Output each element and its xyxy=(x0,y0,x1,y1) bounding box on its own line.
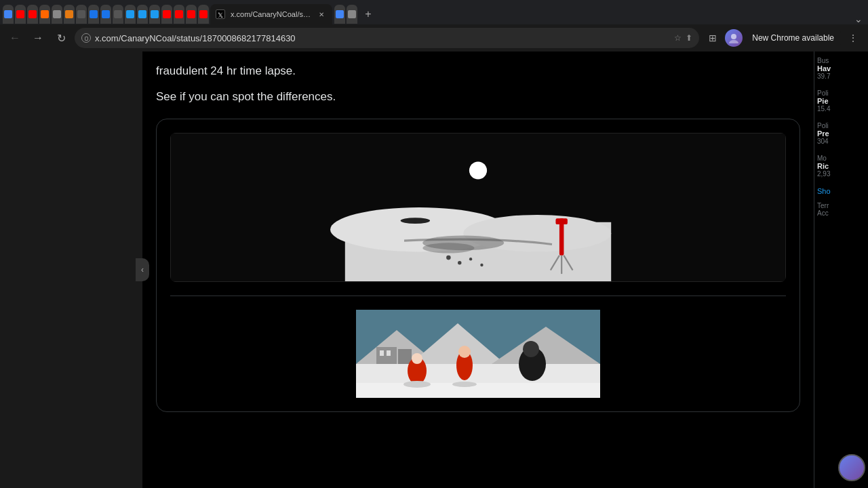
tab-3[interactable] xyxy=(27,5,38,24)
sidebar-category-1: Bus xyxy=(817,57,865,64)
tab-14[interactable] xyxy=(161,5,172,24)
tab-11[interactable] xyxy=(125,5,136,24)
tweet-line2: See if you can spot the differences. xyxy=(156,90,336,103)
url-text: x.com/CanaryNCoal/status/187000868217781… xyxy=(95,33,670,43)
video-bottom-frame[interactable] xyxy=(170,310,786,398)
profile-avatar[interactable] xyxy=(725,29,743,47)
tab-favicon xyxy=(114,10,122,18)
forward-button[interactable]: → xyxy=(28,28,47,47)
svg-point-30 xyxy=(412,353,422,364)
video-divider xyxy=(170,296,786,296)
tab-favicon xyxy=(102,10,110,18)
tab-close-button[interactable]: ✕ xyxy=(316,9,327,20)
sidebar-footer-line2: Acc xyxy=(817,209,865,217)
tab-12[interactable] xyxy=(137,5,148,24)
tab-favicon xyxy=(336,10,344,18)
tab-favicon xyxy=(151,10,159,18)
tab-16[interactable] xyxy=(186,5,197,24)
bottom-avatar[interactable] xyxy=(838,454,865,481)
tab-6[interactable] xyxy=(64,5,75,24)
sidebar-item-2: Poli Pie 15.4 xyxy=(817,89,865,113)
sidebar-headline-1[interactable]: Hav xyxy=(817,64,865,73)
media-container xyxy=(156,119,800,412)
tab-favicon xyxy=(138,10,146,18)
sidebar-footer: Terr Acc xyxy=(817,202,865,217)
toolbar: ← → ↻ x.com/CanaryNCoal/status/187000868… xyxy=(0,24,868,52)
sidebar-collapse-button[interactable]: ‹ xyxy=(136,258,149,281)
tab-favicon xyxy=(126,10,134,18)
sidebar-category-3: Poli xyxy=(817,122,865,129)
video-top-thumbnail[interactable] xyxy=(170,133,786,282)
sidebar-category-4: Mo xyxy=(817,155,865,162)
menu-button[interactable]: ⋮ xyxy=(844,28,863,47)
tab-favicon xyxy=(41,10,49,18)
svg-rect-27 xyxy=(387,350,391,356)
tab-favicon xyxy=(163,10,171,18)
tab-active[interactable]: 𝕏 x.com/CanaryNCoal/s… ✕ xyxy=(210,4,332,24)
sidebar-item-1: Bus Hav 39.7 xyxy=(817,57,865,80)
content-area: ‹ fraudulent 24 hr time lapse. See if yo… xyxy=(0,52,868,488)
tab-4[interactable] xyxy=(39,5,50,24)
main-content: fraudulent 24 hr time lapse. See if you … xyxy=(142,52,814,488)
sidebar-headline-2[interactable]: Pie xyxy=(817,97,865,105)
new-chrome-banner[interactable]: New Chrome available xyxy=(745,30,841,45)
tab-favicon xyxy=(187,10,195,18)
tab-favicon xyxy=(77,10,85,18)
show-more-link[interactable]: Sho xyxy=(817,187,865,195)
tab-favicon xyxy=(348,10,356,18)
tab-favicon xyxy=(175,10,183,18)
tab-bar: 𝕏 x.com/CanaryNCoal/s… ✕ + ⌄ xyxy=(0,0,868,24)
svg-rect-15 xyxy=(555,218,567,224)
sidebar-footer-line1: Terr xyxy=(817,202,865,209)
sidebar-category-2: Poli xyxy=(817,89,865,97)
tab-10[interactable] xyxy=(113,5,123,24)
tabs-strip: 𝕏 x.com/CanaryNCoal/s… ✕ + xyxy=(3,4,852,24)
svg-point-37 xyxy=(452,382,477,387)
tab-favicon xyxy=(4,10,12,18)
tab-7[interactable] xyxy=(76,5,87,24)
tab-20[interactable] xyxy=(347,5,357,24)
svg-rect-26 xyxy=(380,350,384,356)
tab-19[interactable] xyxy=(334,5,345,24)
browser-frame: 𝕏 x.com/CanaryNCoal/s… ✕ + ⌄ ← → ↻ x.com… xyxy=(0,0,868,488)
tab-13[interactable] xyxy=(149,5,160,24)
sidebar-count-1: 39.7 xyxy=(817,73,865,80)
tweet-text-bottom: See if you can spot the differences. xyxy=(156,88,800,114)
tab-favicon xyxy=(65,10,73,18)
new-tab-button[interactable]: + xyxy=(359,5,378,23)
lock-icon xyxy=(85,37,88,41)
sidebar-count-2: 15.4 xyxy=(817,105,865,113)
tab-8[interactable] xyxy=(88,5,99,24)
svg-point-13 xyxy=(469,161,487,179)
svg-point-10 xyxy=(458,261,461,264)
svg-point-8 xyxy=(422,243,474,253)
share-icon[interactable]: ⬆ xyxy=(686,33,692,43)
tab-17[interactable] xyxy=(198,5,209,24)
svg-point-36 xyxy=(403,381,431,388)
security-icon xyxy=(81,33,91,43)
sidebar-headline-4[interactable]: Ric xyxy=(817,162,865,170)
extensions-button[interactable]: ⊞ xyxy=(703,28,722,47)
tab-15[interactable] xyxy=(174,5,184,24)
refresh-button[interactable]: ↻ xyxy=(52,28,71,47)
svg-rect-28 xyxy=(398,349,412,364)
svg-point-9 xyxy=(446,256,451,260)
tab-favicon xyxy=(28,10,37,18)
people-scene-svg xyxy=(170,310,786,398)
svg-point-12 xyxy=(480,264,483,266)
address-bar[interactable]: x.com/CanaryNCoal/status/187000868217781… xyxy=(75,28,699,48)
bookmark-icon[interactable]: ☆ xyxy=(674,33,682,43)
back-button[interactable]: ← xyxy=(5,28,24,47)
tab-9[interactable] xyxy=(100,5,111,24)
svg-point-2 xyxy=(729,40,738,43)
svg-rect-35 xyxy=(356,383,600,398)
svg-point-1 xyxy=(731,34,736,39)
svg-point-32 xyxy=(458,346,471,358)
tab-1[interactable] xyxy=(3,5,14,24)
sidebar-headline-3[interactable]: Pre xyxy=(817,129,865,138)
tab-overflow-button[interactable]: ⌄ xyxy=(852,14,865,24)
tab-5[interactable] xyxy=(52,5,62,24)
sidebar-item-4: Mo Ric 2,93 xyxy=(817,155,865,178)
tab-2[interactable] xyxy=(15,5,26,24)
tweet-text-top: fraudulent 24 hr time lapse. xyxy=(156,52,800,88)
